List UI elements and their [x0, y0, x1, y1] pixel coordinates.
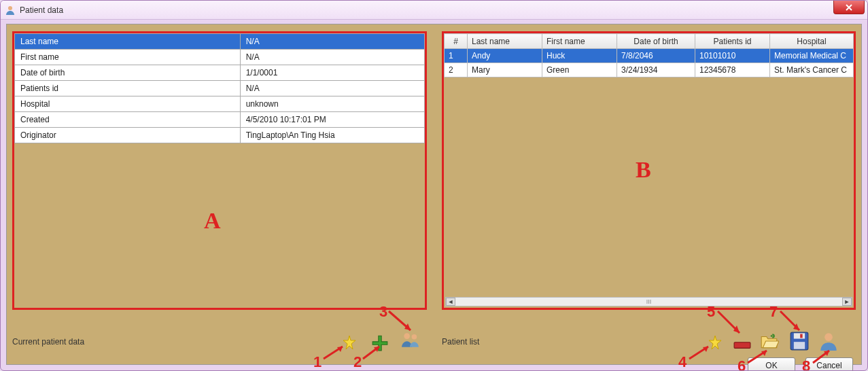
users-icon	[401, 330, 420, 349]
new-list-button[interactable]	[706, 334, 725, 353]
callout-3-arrow-icon	[387, 308, 415, 333]
patient-list-scrollview: #Last nameFirst nameDate of birthPatient…	[444, 33, 854, 296]
patient-properties-table[interactable]: Last nameN/AFirst nameN/ADate of birth1/…	[14, 33, 425, 143]
callout-6: 6	[737, 357, 746, 371]
svg-rect-8	[794, 333, 805, 338]
column-header[interactable]: Patients id	[695, 34, 770, 49]
svg-marker-4	[709, 336, 721, 349]
horizontal-scrollbar[interactable]: ◄ III ►	[445, 297, 852, 306]
column-header[interactable]: First name	[542, 34, 617, 49]
cancel-button[interactable]: Cancel	[805, 357, 853, 371]
open-button[interactable]	[760, 332, 779, 351]
floppy-disk-icon	[790, 332, 809, 351]
property-value: N/A	[240, 34, 424, 50]
column-header[interactable]: Last name	[468, 34, 542, 49]
window-controls	[833, 1, 865, 14]
svg-line-20	[718, 311, 740, 333]
table-cell: Mary	[468, 63, 542, 77]
property-value: unknown	[240, 96, 424, 112]
current-patient-caption: Current patient data	[12, 337, 84, 347]
scroll-right-arrow-icon[interactable]: ►	[842, 298, 852, 306]
svg-line-24	[780, 311, 799, 330]
scroll-thumb-label: III	[646, 298, 652, 305]
property-row[interactable]: First nameN/A	[15, 50, 425, 65]
table-cell: 12345678	[695, 63, 770, 77]
table-cell: Andy	[468, 49, 542, 63]
property-value: TingLaptop\An Ting Hsia	[240, 128, 424, 143]
user-button[interactable]	[819, 332, 838, 351]
ok-button[interactable]: OK	[748, 357, 795, 371]
patient-list-panel: #Last nameFirst nameDate of birthPatient…	[442, 31, 856, 310]
table-cell: Huck	[542, 49, 617, 63]
property-row[interactable]: Created4/5/2010 10:17:01 PM	[15, 112, 425, 128]
table-cell: 3/24/1934	[617, 63, 695, 77]
patient-data-window: Patient data Last nameN/AFirst nameN/ADa…	[0, 0, 868, 371]
svg-marker-27	[824, 351, 829, 356]
table-cell: 10101010	[695, 49, 770, 63]
minus-icon	[733, 341, 751, 349]
star-icon	[707, 335, 723, 351]
property-value: 4/5/2010 10:17:01 PM	[240, 112, 424, 128]
property-row[interactable]: Patients idN/A	[15, 81, 425, 96]
app-user-icon	[5, 5, 16, 16]
svg-point-2	[404, 333, 410, 339]
svg-marker-6	[770, 334, 772, 337]
callout-1: 1	[313, 353, 322, 371]
scroll-track[interactable]: III	[455, 298, 842, 306]
column-header[interactable]: Date of birth	[617, 34, 695, 49]
table-cell: St. Mark's Cancer C	[770, 63, 854, 77]
property-row[interactable]: Date of birth1/1/0001	[15, 65, 425, 81]
svg-marker-21	[733, 325, 740, 333]
svg-line-16	[389, 311, 411, 330]
svg-point-3	[412, 334, 417, 340]
property-key: Originator	[15, 128, 241, 143]
svg-rect-5	[734, 342, 750, 349]
property-value: N/A	[240, 50, 424, 65]
table-cell: Memorial Medical C	[770, 49, 854, 63]
star-icon	[341, 335, 358, 351]
users-button[interactable]	[401, 330, 420, 349]
close-button[interactable]	[833, 1, 865, 14]
column-header[interactable]: #	[445, 34, 468, 49]
plus-icon	[371, 334, 389, 352]
svg-marker-1	[343, 336, 355, 349]
current-patient-panel: Last nameN/AFirst nameN/ADate of birth1/…	[12, 31, 427, 310]
user-icon	[819, 332, 838, 351]
svg-marker-17	[404, 323, 411, 330]
svg-marker-23	[761, 351, 767, 356]
folder-open-icon	[760, 332, 779, 350]
property-row[interactable]: OriginatorTingLaptop\An Ting Hsia	[15, 128, 425, 143]
patient-list-caption: Patient list	[442, 337, 479, 347]
window-title: Patient data	[20, 5, 63, 15]
new-button[interactable]	[340, 334, 359, 353]
property-key: Patients id	[15, 81, 241, 96]
svg-rect-9	[794, 342, 805, 349]
callout-4: 4	[678, 353, 687, 371]
scroll-left-arrow-icon[interactable]: ◄	[446, 298, 455, 306]
column-header[interactable]: Hospital	[770, 34, 854, 49]
add-button[interactable]	[370, 334, 389, 353]
table-cell: 2	[445, 63, 468, 77]
property-key: First name	[15, 50, 241, 65]
property-key: Last name	[15, 34, 241, 50]
table-row[interactable]: 2MaryGreen3/24/193412345678St. Mark's Ca…	[445, 63, 854, 77]
svg-point-11	[824, 333, 833, 341]
table-cell: 1	[445, 49, 468, 63]
svg-marker-25	[793, 323, 799, 330]
property-key: Date of birth	[15, 65, 241, 81]
delete-button[interactable]	[733, 336, 752, 355]
property-row[interactable]: Last nameN/A	[15, 34, 425, 50]
property-row[interactable]: Hospitalunknown	[15, 96, 425, 112]
property-value: N/A	[240, 81, 424, 96]
property-value: 1/1/0001	[240, 65, 424, 81]
property-key: Created	[15, 112, 241, 128]
svg-rect-10	[800, 334, 803, 338]
table-cell: Green	[542, 63, 617, 77]
table-cell: 7/8/2046	[617, 49, 695, 63]
patient-list-table[interactable]: #Last nameFirst nameDate of birthPatient…	[444, 33, 854, 77]
table-row[interactable]: 1AndyHuck7/8/204610101010Memorial Medica…	[445, 49, 854, 63]
save-button[interactable]	[790, 332, 809, 351]
titlebar: Patient data	[1, 1, 867, 20]
callout-2: 2	[353, 353, 362, 371]
property-key: Hospital	[15, 96, 241, 112]
